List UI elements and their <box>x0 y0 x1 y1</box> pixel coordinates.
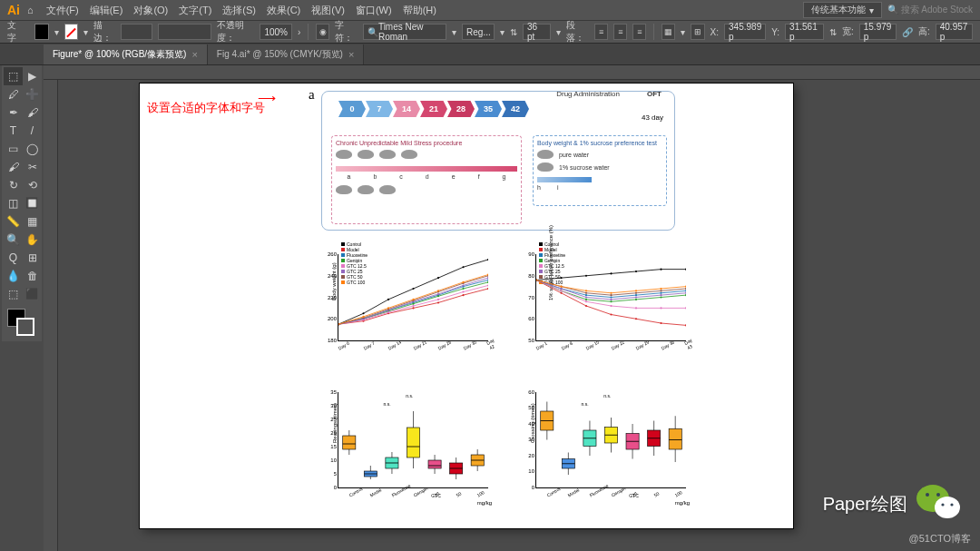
tool-button[interactable]: ⬛ <box>23 285 42 303</box>
tool-button[interactable]: ⊞ <box>23 249 42 267</box>
x-field[interactable]: 345.989 p <box>724 24 766 40</box>
timeline-step: 14 <box>393 101 420 117</box>
chevron-down-icon: ▾ <box>869 5 874 15</box>
menu-item[interactable]: 帮助(H) <box>399 3 440 17</box>
svg-point-27 <box>487 281 488 283</box>
tool-button[interactable]: ⟲ <box>23 176 42 194</box>
stroke-weight-field[interactable] <box>121 24 152 40</box>
tool-button[interactable]: Q <box>4 249 23 267</box>
chevron-down-icon[interactable]: ▾ <box>681 27 685 37</box>
document-tab[interactable]: Figure* @ 100% (RGB/像素预览)× <box>44 44 208 64</box>
tool-button[interactable]: 🖌 <box>23 103 42 122</box>
tool-button[interactable]: 🔍 <box>4 231 23 249</box>
workspace-switcher[interactable]: 传统基本功能 ▾ <box>803 2 882 18</box>
fill-swatch[interactable] <box>34 24 48 40</box>
svg-point-93 <box>585 296 587 298</box>
height-field[interactable]: 40.957 p <box>936 24 973 40</box>
close-icon[interactable]: × <box>348 49 354 60</box>
tool-button[interactable]: ▭ <box>4 140 23 158</box>
tool-button[interactable]: ▶ <box>23 67 42 85</box>
svg-point-25 <box>437 295 439 297</box>
fill-stroke-control[interactable] <box>4 307 42 339</box>
svg-point-32 <box>437 299 439 300</box>
align-left-button[interactable]: ≡ <box>594 24 608 40</box>
tool-button[interactable]: 🖊 <box>4 85 23 103</box>
menu-item[interactable]: 窗口(W) <box>352 3 396 17</box>
tool-button[interactable]: 🗑 <box>23 267 42 285</box>
font-size-field[interactable]: 36 pt <box>523 24 551 40</box>
panel-label-a: a <box>309 87 315 103</box>
tool-button[interactable]: T <box>4 122 23 140</box>
tool-button[interactable]: ⬚ <box>4 67 23 85</box>
menu-item[interactable]: 文字(T) <box>175 3 215 17</box>
tool-button[interactable]: ✂ <box>23 158 42 176</box>
svg-point-89 <box>660 307 662 309</box>
stepper-icon[interactable]: ⇅ <box>829 27 837 37</box>
recolor-button[interactable]: ◉ <box>316 24 329 40</box>
artboard[interactable]: ⟶ a 设置合适的字体和字号 Drug Administration OFT 0… <box>140 84 793 528</box>
svg-point-72 <box>585 294 587 296</box>
cums-title: Chronic Unpredictable Mild Stress proced… <box>336 140 517 146</box>
search-stock-input[interactable]: 🔍 搜索 Adobe Stock <box>887 4 973 16</box>
menu-item[interactable]: 选择(S) <box>219 3 260 17</box>
svg-point-58 <box>585 275 587 277</box>
link-icon[interactable]: 🔗 <box>902 27 913 37</box>
tool-button[interactable]: ➕ <box>23 85 42 103</box>
chevron-down-icon[interactable]: ▾ <box>452 27 456 37</box>
tool-button[interactable]: 📏 <box>4 212 23 231</box>
svg-point-81 <box>635 299 637 300</box>
svg-point-66 <box>610 313 612 315</box>
tool-button[interactable]: ✋ <box>23 231 42 249</box>
chevron-right-icon[interactable]: › <box>298 27 300 37</box>
document-tab[interactable]: Fig 4.ai* @ 150% (CMYK/预览)× <box>208 44 365 64</box>
stroke-swatch[interactable] <box>64 24 78 40</box>
opacity-field[interactable]: 100% <box>260 24 292 40</box>
tool-button[interactable]: ⬚ <box>4 285 23 303</box>
svg-point-111 <box>685 286 686 288</box>
menu-item[interactable]: 对象(O) <box>130 3 172 17</box>
transform-button[interactable]: ⊞ <box>691 24 704 40</box>
tool-button[interactable]: 🔲 <box>23 194 42 212</box>
workspace-label: 传统基本功能 <box>811 4 866 16</box>
tool-button[interactable]: ◯ <box>23 140 42 158</box>
svg-point-39 <box>437 293 439 295</box>
svg-point-106 <box>560 286 562 288</box>
menu-item[interactable]: 视图(V) <box>308 3 348 17</box>
align-right-button[interactable]: ≡ <box>632 24 646 40</box>
chevron-down-icon[interactable]: ▾ <box>556 27 561 37</box>
canvas[interactable]: ⟶ a 设置合适的字体和字号 Drug Administration OFT 0… <box>58 80 978 544</box>
align-center-button[interactable]: ≡ <box>613 24 627 40</box>
tool-button[interactable]: ▦ <box>23 212 42 231</box>
sucrose-labels: hi <box>537 184 662 191</box>
close-icon[interactable]: × <box>191 49 197 60</box>
chevron-down-icon[interactable]: ▾ <box>83 27 88 37</box>
y-field[interactable]: 31.561 p <box>785 24 824 40</box>
chevron-down-icon[interactable]: ▾ <box>500 27 505 37</box>
tool-button[interactable]: 🖌 <box>4 158 23 176</box>
sucrose-box: Body weight & 1% sucrose preference test… <box>533 135 667 206</box>
tool-button[interactable]: ✒ <box>4 103 23 122</box>
svg-point-110 <box>660 288 662 290</box>
svg-point-64 <box>560 292 562 294</box>
tool-button[interactable]: ↻ <box>4 176 23 194</box>
align-panel-button[interactable]: ▦ <box>662 24 675 40</box>
app-logo-icon: Ai <box>7 3 20 17</box>
font-style-field[interactable]: Reg... <box>462 24 495 40</box>
tool-button[interactable]: ◫ <box>4 194 23 212</box>
svg-point-104 <box>685 288 686 290</box>
font-family-field[interactable]: 🔍 Times New Roman <box>363 24 446 40</box>
timeline-step: 21 <box>420 101 447 117</box>
tool-button[interactable]: / <box>23 122 42 140</box>
home-icon[interactable]: ⌂ <box>27 5 34 15</box>
watermark-text: Paper绘图 <box>823 492 907 517</box>
brush-field[interactable] <box>158 24 211 40</box>
chevron-down-icon[interactable]: ▾ <box>54 27 59 37</box>
stepper-icon[interactable]: ⇅ <box>510 27 517 37</box>
tool-button[interactable]: 💧 <box>4 267 23 285</box>
mouse-icon <box>379 185 396 194</box>
menu-item[interactable]: 文件(F) <box>43 3 83 17</box>
menu-item[interactable]: 效果(C) <box>263 3 304 17</box>
width-field[interactable]: 15.979 p <box>859 24 897 40</box>
menu-item[interactable]: 编辑(E) <box>86 3 127 17</box>
svg-point-69 <box>685 324 686 326</box>
